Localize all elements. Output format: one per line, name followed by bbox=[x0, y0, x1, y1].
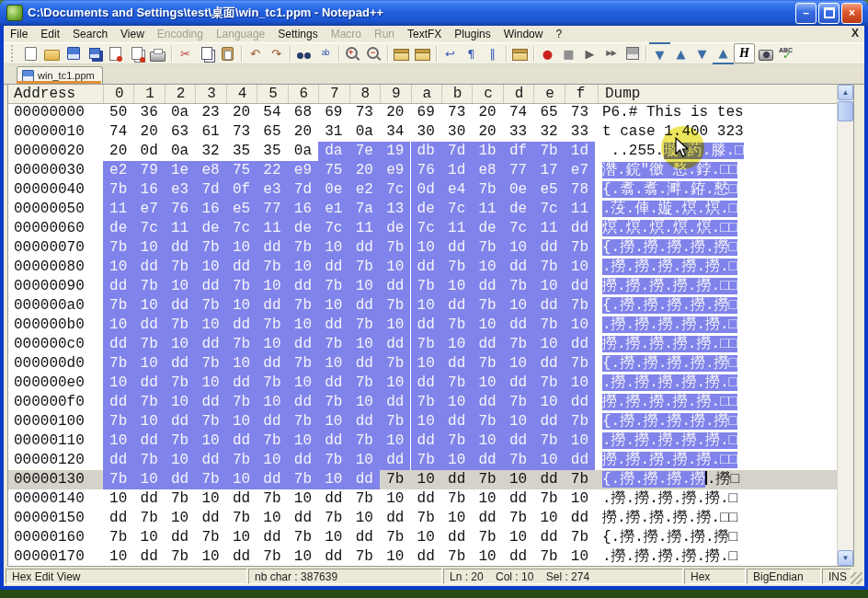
hex-byte-cell[interactable]: 63 bbox=[165, 122, 195, 142]
hex-byte-cell[interactable]: dd bbox=[318, 489, 348, 509]
hex-byte-cell[interactable]: 10 bbox=[565, 316, 595, 335]
hex-byte-cell[interactable]: 7d bbox=[195, 180, 225, 200]
hex-byte-cell[interactable]: de bbox=[195, 219, 225, 238]
hex-byte-cell[interactable]: 7b bbox=[257, 316, 287, 335]
hex-byte-cell[interactable]: dd bbox=[195, 393, 225, 412]
hex-byte-cell[interactable]: 10 bbox=[533, 393, 564, 412]
hex-byte-cell[interactable]: 11 bbox=[565, 200, 595, 219]
dump-cell[interactable]: 熐.熐.熐.熐.熐.□□ bbox=[602, 219, 781, 238]
hex-byte-cell[interactable]: dd bbox=[257, 354, 287, 374]
menu-item-view[interactable]: View bbox=[114, 27, 151, 41]
hex-byte-cell[interactable]: dd bbox=[565, 451, 595, 470]
hex-byte-cell[interactable]: 7b bbox=[380, 238, 410, 258]
dump-cell[interactable]: .撈.撈.撈.撈.撈.□ bbox=[602, 489, 781, 509]
hex-byte-cell[interactable]: 10 bbox=[257, 509, 287, 528]
hex-byte-cell[interactable]: 73 bbox=[565, 103, 595, 122]
hex-byte-cell[interactable]: 10 bbox=[165, 335, 195, 354]
hex-byte-cell[interactable]: dd bbox=[288, 451, 318, 470]
hex-editor-view[interactable]: Address0123456789abcdefDump 000000005036… bbox=[7, 84, 854, 567]
hex-byte-cell[interactable]: 10 bbox=[533, 509, 564, 528]
hex-editor-icon[interactable]: H bbox=[734, 43, 755, 63]
hex-byte-cell[interactable]: dd bbox=[103, 509, 133, 528]
hex-byte-cell[interactable]: dd bbox=[441, 470, 472, 489]
hex-byte-cell[interactable]: 77 bbox=[257, 200, 287, 219]
hex-byte-cell[interactable]: 10 bbox=[503, 528, 533, 547]
hex-byte-cell[interactable]: 7b bbox=[103, 412, 133, 431]
hex-byte-cell[interactable]: 19 bbox=[380, 142, 410, 161]
hex-byte-cell[interactable]: dd bbox=[411, 431, 441, 451]
hex-byte-cell[interactable]: 7b bbox=[165, 547, 195, 566]
dump-cell[interactable]: {.撈.撈.撈.撈.撈□ bbox=[602, 528, 781, 547]
hex-byte-cell[interactable]: 7b bbox=[472, 296, 502, 316]
hex-byte-cell[interactable]: dd bbox=[257, 528, 287, 547]
hex-byte-cell[interactable]: 7b bbox=[472, 180, 502, 200]
hex-byte-cell[interactable]: 7b bbox=[472, 354, 502, 374]
hex-byte-cell[interactable]: dd bbox=[133, 258, 164, 277]
hex-byte-cell[interactable]: dd bbox=[503, 258, 533, 277]
hex-byte-cell[interactable]: 7b bbox=[565, 238, 595, 258]
hex-byte-cell[interactable]: 10 bbox=[349, 451, 380, 470]
hex-byte-cell[interactable]: dd bbox=[472, 335, 502, 354]
hex-byte-cell[interactable]: 10 bbox=[349, 509, 380, 528]
zoom-out-icon[interactable] bbox=[363, 43, 384, 63]
hex-byte-cell[interactable]: 10 bbox=[165, 277, 195, 296]
hex-byte-cell[interactable]: dd bbox=[380, 277, 410, 296]
menu-item-window[interactable]: Window bbox=[497, 27, 550, 41]
hex-row-00000100[interactable]: 000001007b10dd7b10dd7b10dd7b10dd7b10dd7b… bbox=[8, 412, 838, 431]
hex-byte-cell[interactable]: 7b bbox=[257, 547, 287, 566]
hex-byte-cell[interactable]: 7b bbox=[226, 451, 257, 470]
hex-byte-cell[interactable]: 65 bbox=[533, 103, 564, 122]
hex-byte-cell[interactable]: 10 bbox=[103, 547, 133, 566]
hex-byte-cell[interactable]: 10 bbox=[318, 354, 348, 374]
hex-byte-cell[interactable]: 74 bbox=[103, 122, 133, 142]
hex-byte-cell[interactable]: 20 bbox=[226, 103, 257, 122]
hex-row-00000090[interactable]: 00000090dd7b10dd7b10dd7b10dd7b10dd7b10dd… bbox=[8, 277, 838, 296]
hex-byte-cell[interactable]: df bbox=[503, 142, 533, 161]
hex-byte-cell[interactable]: dd bbox=[472, 509, 502, 528]
dump-cell[interactable]: ..255.璇.葯.滕.□ bbox=[602, 142, 781, 161]
hex-byte-cell[interactable]: dd bbox=[318, 431, 348, 451]
hex-byte-cell[interactable]: 7b bbox=[380, 470, 410, 489]
hex-byte-cell[interactable]: 10 bbox=[472, 374, 502, 393]
hex-byte-cell[interactable]: de bbox=[472, 219, 502, 238]
hex-byte-cell[interactable]: dd bbox=[565, 219, 595, 238]
hex-byte-cell[interactable]: 10 bbox=[195, 431, 225, 451]
hex-byte-cell[interactable]: 7b bbox=[226, 277, 257, 296]
hex-byte-cell[interactable]: dd bbox=[411, 258, 441, 277]
hex-byte-cell[interactable]: e5 bbox=[226, 200, 257, 219]
hex-byte-cell[interactable]: 7b bbox=[533, 431, 564, 451]
hex-byte-cell[interactable]: 76 bbox=[411, 161, 441, 180]
spellcheck-icon[interactable] bbox=[776, 43, 797, 63]
hex-byte-cell[interactable]: 7b bbox=[103, 354, 133, 374]
print-icon[interactable] bbox=[147, 43, 168, 63]
hex-byte-cell[interactable]: 7b bbox=[195, 238, 225, 258]
menu-item-textfx[interactable]: TextFX bbox=[401, 27, 448, 41]
hex-row-000000f0[interactable]: 000000f0dd7b10dd7b10dd7b10dd7b10dd7b10dd… bbox=[8, 393, 838, 412]
hex-byte-cell[interactable]: 10 bbox=[318, 470, 348, 489]
hex-byte-cell[interactable]: dd bbox=[288, 277, 318, 296]
hex-byte-cell[interactable]: dd bbox=[257, 296, 287, 316]
hex-byte-cell[interactable]: 10 bbox=[257, 277, 287, 296]
hex-byte-cell[interactable]: dd bbox=[472, 393, 502, 412]
hex-byte-cell[interactable]: 7b bbox=[288, 528, 318, 547]
hex-byte-cell[interactable]: 7b bbox=[533, 316, 564, 335]
hex-byte-cell[interactable]: 7b bbox=[195, 470, 225, 489]
dump-cell[interactable]: 撈.撈.撈.撈.撈.□□ bbox=[602, 509, 781, 528]
hex-byte-cell[interactable]: 10 bbox=[380, 489, 410, 509]
hex-byte-cell[interactable]: 11 bbox=[472, 200, 502, 219]
hex-byte-cell[interactable]: dd bbox=[257, 470, 287, 489]
hex-byte-cell[interactable]: 7c bbox=[380, 180, 410, 200]
open-file-icon[interactable] bbox=[41, 43, 63, 63]
new-file-icon[interactable] bbox=[20, 43, 41, 63]
hex-byte-cell[interactable]: 7b bbox=[195, 528, 225, 547]
hex-byte-cell[interactable]: e1 bbox=[318, 200, 348, 219]
hex-byte-cell[interactable]: 11 bbox=[257, 219, 287, 238]
hex-byte-cell[interactable]: 11 bbox=[349, 219, 380, 238]
hex-byte-cell[interactable]: 10 bbox=[195, 547, 225, 566]
hex-byte-cell[interactable]: e7 bbox=[565, 161, 595, 180]
hex-byte-cell[interactable]: 7b bbox=[441, 489, 472, 509]
hex-byte-cell[interactable]: dd bbox=[195, 335, 225, 354]
hex-byte-cell[interactable]: 0d bbox=[411, 180, 441, 200]
hex-byte-cell[interactable]: 10 bbox=[288, 489, 318, 509]
hex-byte-cell[interactable]: 79 bbox=[133, 161, 164, 180]
